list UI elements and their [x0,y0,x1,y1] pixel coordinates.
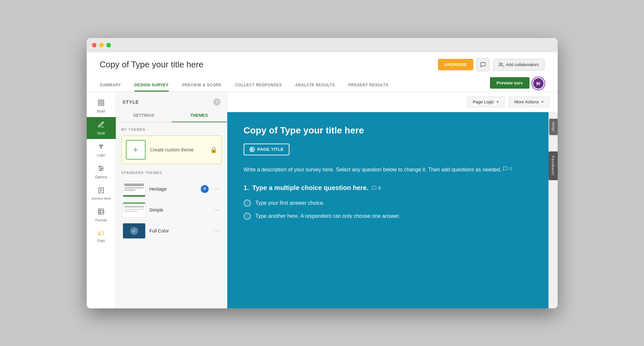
nav-arrow-5: → [345,83,348,87]
page-logic-chevron: ▼ [496,100,499,104]
answer-choice-1[interactable]: Type your first answer choice. [244,199,532,207]
heritage-theme-name: Heritage [149,186,197,192]
help-icon[interactable]: ? [213,98,220,106]
preview-survey-button[interactable]: Preview surv [490,77,529,89]
header-actions: UPGRADE Add collaborators [438,58,545,71]
profile-avatar[interactable]: w [532,77,545,90]
question-comment-count[interactable]: 0 [372,185,381,191]
tab-summary[interactable]: SUMMARY [100,79,121,92]
comment-icon-button[interactable] [477,58,490,71]
main-content: Build Style Logic [87,92,558,308]
maximize-button[interactable] [106,43,111,47]
style-icon [97,121,105,130]
svg-point-0 [500,63,501,64]
header-top: Copy of Type your title here UPGRADE Ad [100,58,545,71]
lock-icon: 🔒 [210,146,217,153]
sidebar-item-paid-label: Paid [97,239,105,243]
sidebar-item-logic[interactable]: Logic [87,139,116,161]
page-title-button[interactable]: ⊕ PAGE TITLE [244,144,290,155]
canvas-content: Page Logic ▼ More Actions ▼ Copy of Type… [227,92,558,308]
nav-tabs-wrapper: SUMMARY → DESIGN SURVEY → PREVIEW & SCOR… [100,79,490,92]
fullcolor-check-icon: ✓ [130,227,138,235]
simple-theme-name: Simple [149,207,209,213]
description-comment-count[interactable]: 0 [503,165,512,172]
nav-arrow-2: → [179,83,182,87]
minimize-button[interactable] [99,43,104,47]
format-icon [97,208,105,217]
survey-description[interactable]: Write a description of your survey here.… [244,165,532,174]
feedback-tab[interactable]: Feedback! [548,151,558,180]
survey-title: Copy of Type your title here [100,60,203,70]
tab-collect-responses[interactable]: COLLECT RESPONSES [235,79,282,92]
themes-section: MY THEMES + Create custom theme 🔒 STANDA… [116,122,227,247]
sidebar-item-options[interactable]: Options [87,161,116,183]
tab-preview-score[interactable]: PREVIEW & SCORE [182,79,222,92]
svg-rect-2 [102,100,104,102]
panel-tabs: SETTINGS THEMES [116,109,227,122]
question-1-text: 1. Type a multiple choice question here.… [244,184,532,192]
svg-point-16 [100,169,101,171]
title-bar [87,38,558,52]
fullcolor-more-button[interactable]: ··· [213,226,220,235]
mac-window: Copy of Type your title here UPGRADE Ad [87,38,558,308]
svg-rect-3 [98,103,100,105]
close-button[interactable] [92,43,96,47]
heritage-thumbnail [123,181,146,197]
tab-analyze-results[interactable]: ANALYZE RESULTS [295,79,335,92]
tab-settings[interactable]: SETTINGS [116,109,172,122]
simple-more-button[interactable]: ··· [213,205,220,215]
sidebar-item-build-label: Build [97,109,105,113]
heritage-accessibility-icon: ♿ [201,185,209,193]
survey-question-1[interactable]: 1. Type a multiple choice question here.… [244,184,532,220]
upgrade-button[interactable]: UPGRADE [438,59,474,70]
theme-item-simple[interactable]: Simple ··· [121,199,222,220]
page-logic-button[interactable]: Page Logic ▼ [467,96,505,107]
survey-canvas-area[interactable]: Copy of Type your title here ⊕ PAGE TITL… [227,112,548,308]
svg-line-10 [101,146,102,147]
fullcolor-thumbnail: ✓ [123,223,146,239]
svg-point-5 [99,145,101,146]
sidebar-item-paid[interactable]: 🏷 Paid [87,226,116,247]
sidebar-item-format-label: Format [96,218,107,222]
svg-point-7 [100,147,102,148]
svg-rect-4 [102,103,104,105]
survey-page: Copy of Type your title here ⊕ PAGE TITL… [227,112,548,308]
style-panel-title: STYLE [123,99,139,105]
options-icon [97,165,105,174]
tab-present-results[interactable]: PRESENT RESULTS [348,79,389,92]
create-custom-theme-card[interactable]: + Create custom theme 🔒 [121,135,222,164]
sidebar-item-question-bank[interactable]: Question Bank [87,183,116,204]
fullcolor-theme-name: Full Color [149,228,209,234]
sidebar-item-question-bank-label: Question Bank [91,197,111,200]
nav-arrow-1: → [131,83,134,87]
theme-item-fullcolor[interactable]: ✓ Full Color ··· [121,220,222,241]
more-actions-button[interactable]: More Actions ▼ [509,96,549,107]
style-panel-header: STYLE ? [116,92,227,109]
sidebar-item-build[interactable]: Build [87,95,116,117]
app-header: Copy of Type your title here UPGRADE Ad [87,52,558,92]
add-collaborators-button[interactable]: Add collaborators [493,59,544,71]
answer-choice-2[interactable]: Type another here. A respondent can only… [244,213,532,220]
heritage-more-button[interactable]: ··· [213,184,220,194]
sidebar-item-style[interactable]: Style [87,117,116,139]
sidebar-item-format[interactable]: Format [87,204,116,226]
nav-arrow-3: → [231,83,235,87]
tab-design-survey[interactable]: DESIGN SURVEY [134,79,169,92]
survey-page-title: Copy of Type your title here [244,125,532,136]
create-theme-icon: + [126,140,146,160]
help-tab[interactable]: Help! [549,119,558,135]
header-nav-row: SUMMARY → DESIGN SURVEY → PREVIEW & SCOR… [100,77,545,92]
svg-point-14 [99,166,101,167]
nav-arrow-4: → [292,83,295,87]
sidebar-item-options-label: Options [95,175,107,179]
theme-item-heritage[interactable]: Heritage ♿ ··· [121,179,222,199]
svg-rect-1 [98,100,100,102]
svg-rect-21 [98,209,104,215]
tab-themes[interactable]: THEMES [171,109,227,122]
question-bank-icon [97,187,105,196]
page-title-plus-icon: ⊕ [250,147,255,152]
scrollbar-area: Copy of Type your title here ⊕ PAGE TITL… [227,112,558,308]
my-themes-label: MY THEMES [121,128,222,131]
add-collaborators-label: Add collaborators [506,62,539,67]
sidebar-item-logic-label: Logic [97,153,105,157]
